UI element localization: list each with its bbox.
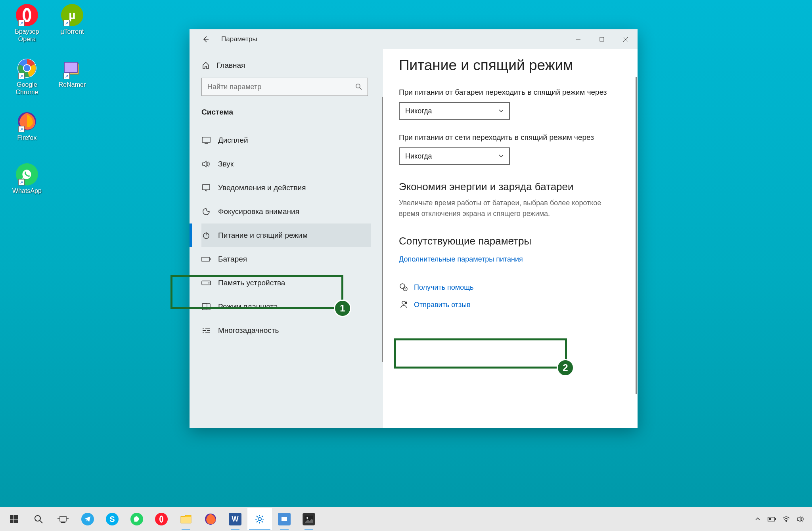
window-controls bbox=[566, 29, 638, 49]
app-icon bbox=[278, 513, 291, 525]
energy-heading: Экономия энергии и заряда батареи bbox=[399, 181, 622, 193]
photos-icon bbox=[303, 513, 315, 525]
taskbar-word[interactable]: W bbox=[223, 508, 247, 530]
svg-point-55 bbox=[786, 521, 787, 522]
svg-rect-36 bbox=[14, 515, 18, 519]
taskbar-skype[interactable]: S bbox=[100, 508, 124, 530]
nav-label: Фокусировка внимания bbox=[218, 207, 299, 216]
chevron-down-icon bbox=[499, 109, 504, 113]
svg-line-12 bbox=[360, 88, 362, 90]
svg-rect-45 bbox=[181, 517, 191, 523]
get-help-link[interactable]: ? Получить помощь bbox=[399, 279, 622, 296]
nav-display[interactable]: Дисплей bbox=[201, 128, 371, 152]
nav-power-sleep[interactable]: Питание и спящий режим bbox=[201, 223, 371, 247]
svg-point-34 bbox=[405, 302, 407, 304]
svg-rect-13 bbox=[202, 137, 210, 142]
battery-sleep-dropdown[interactable]: Никогда bbox=[399, 102, 510, 120]
nav-label: Батарея bbox=[218, 255, 247, 264]
nav-battery[interactable]: Батарея bbox=[201, 247, 371, 271]
nav-multitask[interactable]: Многозадачность bbox=[201, 319, 371, 342]
send-feedback-link[interactable]: Отправить отзыв bbox=[399, 296, 622, 313]
storage-icon bbox=[201, 278, 211, 288]
svg-point-39 bbox=[35, 516, 40, 521]
nav-label: Многозадачность bbox=[218, 326, 279, 335]
taskbar-whatsapp[interactable] bbox=[124, 508, 149, 530]
search-icon bbox=[356, 84, 362, 90]
tablet-icon bbox=[201, 302, 211, 311]
nav-sound[interactable]: Звук bbox=[201, 152, 371, 176]
taskbar-firefox[interactable] bbox=[198, 508, 223, 530]
notifications-icon bbox=[201, 183, 211, 193]
chrome-icon: ↗ bbox=[16, 57, 38, 79]
nav-notifications[interactable]: Уведомления и действия bbox=[201, 176, 371, 200]
desktop-icon-renamer[interactable]: ↗ ReNamer bbox=[52, 57, 92, 88]
taskbar-app1[interactable] bbox=[272, 508, 297, 530]
minimize-button[interactable] bbox=[566, 29, 590, 49]
annotation-badge-1: 1 bbox=[334, 300, 351, 317]
sidebar: Главная Система Дисплей Звук Уведомления… bbox=[190, 49, 383, 428]
svg-rect-49 bbox=[282, 517, 287, 521]
category-label: Система bbox=[201, 108, 371, 117]
nav-focus[interactable]: Фокусировка внимания bbox=[201, 200, 371, 223]
close-button[interactable] bbox=[614, 29, 638, 49]
svg-rect-37 bbox=[10, 520, 13, 523]
taskbar-telegram[interactable] bbox=[75, 508, 100, 530]
svg-rect-41 bbox=[60, 516, 66, 521]
maximize-button[interactable] bbox=[590, 29, 614, 49]
taskbar-explorer[interactable] bbox=[174, 508, 198, 530]
desktop-icon-label: µTorrent bbox=[52, 28, 92, 35]
settings-icon bbox=[253, 513, 266, 525]
desktop-icon-whatsapp[interactable]: ↗ WhatsApp bbox=[7, 163, 47, 195]
search-input[interactable] bbox=[207, 83, 356, 91]
tray-battery-icon[interactable] bbox=[766, 511, 778, 527]
svg-rect-15 bbox=[203, 185, 210, 190]
page-heading: Питание и спящий режим bbox=[399, 57, 622, 74]
nav-storage[interactable]: Память устройства bbox=[201, 271, 371, 295]
explorer-icon bbox=[180, 513, 192, 525]
utorrent-icon: µ↗ bbox=[61, 4, 83, 26]
plugged-sleep-label: При питании от сети переходить в спящий … bbox=[399, 133, 622, 142]
telegram-icon bbox=[81, 513, 94, 525]
taskbar-opera[interactable] bbox=[149, 508, 174, 530]
renamer-icon: ↗ bbox=[61, 57, 83, 79]
desktop-icon-label: Браузер Opera bbox=[7, 28, 47, 43]
home-icon bbox=[201, 61, 210, 70]
desktop-icon-opera[interactable]: ↗ Браузер Opera bbox=[7, 4, 47, 43]
content-scrollbar[interactable] bbox=[636, 77, 637, 394]
related-heading: Сопутствующие параметры bbox=[399, 235, 622, 247]
nav-label: Память устройства bbox=[218, 279, 285, 287]
power-icon bbox=[201, 231, 211, 240]
whatsapp-icon: ↗ bbox=[16, 163, 38, 185]
svg-rect-23 bbox=[202, 304, 207, 310]
svg-rect-53 bbox=[775, 518, 776, 520]
tray-wifi-icon[interactable] bbox=[780, 511, 792, 527]
taskbar-settings[interactable] bbox=[247, 508, 272, 530]
battery-sleep-label: При питании от батареи переходить в спящ… bbox=[399, 88, 622, 97]
additional-power-settings-link[interactable]: Дополнительные параметры питания bbox=[399, 252, 622, 267]
search-box[interactable] bbox=[201, 78, 368, 96]
svg-rect-8 bbox=[600, 37, 604, 41]
svg-rect-54 bbox=[769, 518, 771, 520]
svg-rect-22 bbox=[202, 304, 210, 310]
svg-rect-19 bbox=[210, 258, 211, 260]
start-button[interactable] bbox=[2, 508, 26, 530]
task-view-button[interactable] bbox=[51, 508, 75, 530]
tray-volume-icon[interactable] bbox=[795, 511, 806, 527]
focus-icon bbox=[201, 207, 211, 216]
multitask-icon bbox=[201, 326, 211, 335]
home-label: Главная bbox=[216, 61, 245, 70]
skype-icon: S bbox=[106, 513, 119, 525]
desktop-icon-chrome[interactable]: ↗ Google Chrome bbox=[7, 57, 47, 96]
tray-expand-button[interactable] bbox=[752, 511, 764, 527]
back-button[interactable] bbox=[197, 31, 213, 47]
taskbar-photos[interactable] bbox=[297, 508, 321, 530]
home-button[interactable]: Главная bbox=[201, 57, 371, 78]
plugged-sleep-dropdown[interactable]: Никогда bbox=[399, 147, 510, 165]
search-button[interactable] bbox=[26, 508, 51, 530]
desktop-icon-firefox[interactable]: ↗ Firefox bbox=[7, 110, 47, 141]
annotation-badge-2: 2 bbox=[557, 359, 574, 376]
dropdown-value: Никогда bbox=[405, 107, 499, 115]
nav-label: Уведомления и действия bbox=[218, 183, 306, 192]
desktop-icon-utorrent[interactable]: µ↗ µTorrent bbox=[52, 4, 92, 35]
task-view-icon bbox=[57, 513, 69, 525]
